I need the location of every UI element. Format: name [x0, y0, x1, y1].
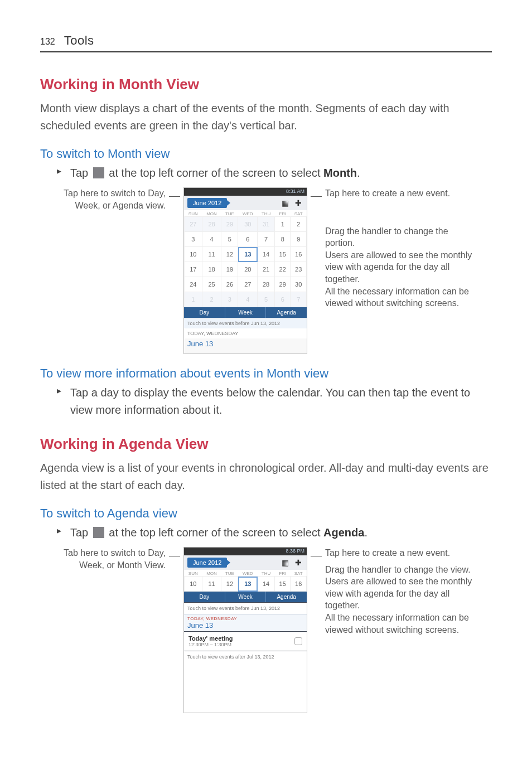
day-cell[interactable]: 7: [258, 232, 275, 247]
dow: MON: [202, 210, 221, 217]
day-cell[interactable]: 23: [291, 262, 307, 277]
bullet-info-month: Tap a day to display the events below th…: [57, 384, 492, 419]
day-cell[interactable]: 27: [185, 217, 202, 232]
day-cell-today[interactable]: 13: [238, 247, 258, 262]
day-cell[interactable]: 11: [202, 577, 221, 592]
day-cell[interactable]: 5: [221, 232, 238, 247]
tab-agenda[interactable]: Agenda: [266, 592, 307, 602]
day-cell[interactable]: 28: [258, 277, 275, 292]
touch-before[interactable]: Touch to view events before Jun 13, 2012: [184, 602, 307, 614]
dow: TUE: [221, 210, 238, 217]
dow: MON: [202, 570, 221, 577]
agenda-date-header: TODAY, WEDNESDAY June 13: [184, 614, 307, 631]
blank-area: [184, 662, 307, 713]
day-cell[interactable]: 21: [258, 262, 275, 277]
day-cell[interactable]: 19: [221, 262, 238, 277]
day-cell[interactable]: 11: [202, 247, 221, 262]
day-cell[interactable]: 16: [291, 577, 307, 592]
day-cell[interactable]: 24: [185, 277, 202, 292]
day-cell[interactable]: 28: [202, 217, 221, 232]
bullet-text: Tap: [70, 167, 91, 179]
day-cell[interactable]: 29: [221, 217, 238, 232]
day-cell[interactable]: 2: [202, 292, 221, 307]
day-cell[interactable]: 9: [291, 232, 307, 247]
day-cell[interactable]: 6: [238, 232, 258, 247]
tab-week[interactable]: Week: [225, 592, 266, 602]
day-cell[interactable]: 2: [291, 217, 307, 232]
status-time: 8:36 PM: [286, 548, 304, 554]
week-strip[interactable]: SUN MON TUE WED THU FRI SAT 10 11 12 13 …: [184, 570, 307, 592]
day-cell[interactable]: 3: [221, 292, 238, 307]
add-event-icon[interactable]: ✚: [293, 558, 303, 568]
bullet-bold: Month: [323, 167, 357, 179]
day-cell[interactable]: 12: [221, 577, 238, 592]
agenda-today-date: June 13: [187, 621, 303, 630]
agenda-today-label: TODAY, WEDNESDAY: [187, 616, 303, 621]
dow: THU: [258, 570, 275, 577]
agenda-diagram: Tab here to switch to Day, Week, or Mont…: [57, 547, 492, 713]
today-icon[interactable]: ▦: [280, 198, 290, 208]
status-bar: 8:36 PM: [184, 548, 307, 555]
day-cell[interactable]: 12: [221, 247, 238, 262]
tab-day[interactable]: Day: [184, 592, 225, 602]
bullet-switch-month: Tap at the top left corner of the screen…: [57, 164, 492, 182]
day-cell[interactable]: 7: [291, 292, 307, 307]
event-time: 12:30PM – 1:30PM: [188, 642, 233, 647]
day-cell[interactable]: 4: [202, 232, 221, 247]
day-cell[interactable]: 10: [185, 247, 202, 262]
dow: FRI: [274, 570, 290, 577]
calendar-view-icon: [93, 167, 104, 178]
dow: SUN: [185, 210, 202, 217]
day-cell[interactable]: 22: [274, 262, 290, 277]
running-header: 132 Tools: [40, 33, 492, 52]
view-selector[interactable]: June 2012: [187, 558, 227, 568]
touch-after[interactable]: Touch to view events after Jul 13, 2012: [184, 651, 307, 662]
phone-mock-agenda: 8:36 PM June 2012 ▦ ✚ SUN MON TUE WED TH…: [183, 547, 307, 713]
today-icon[interactable]: ▦: [280, 558, 290, 568]
day-cell[interactable]: 18: [202, 262, 221, 277]
day-cell[interactable]: 5: [258, 292, 275, 307]
add-event-icon[interactable]: ✚: [293, 198, 303, 208]
day-cell[interactable]: 10: [185, 577, 202, 592]
tab-agenda[interactable]: Agenda: [266, 307, 307, 318]
tab-day[interactable]: Day: [184, 307, 225, 318]
day-cell[interactable]: 3: [185, 232, 202, 247]
day-cell[interactable]: 20: [238, 262, 258, 277]
day-cell[interactable]: 6: [274, 292, 290, 307]
day-cell[interactable]: 1: [274, 217, 290, 232]
callout-right2-agenda: Drag the handler to change the view. Use…: [325, 564, 476, 636]
bullet-bold: Agenda: [323, 526, 364, 539]
day-cell[interactable]: 27: [238, 277, 258, 292]
day-cell[interactable]: 4: [238, 292, 258, 307]
day-cell[interactable]: 30: [291, 277, 307, 292]
leader-line: [311, 196, 322, 197]
day-cell[interactable]: 16: [291, 247, 307, 262]
event-color-icon: [294, 637, 302, 645]
dow: SAT: [291, 570, 307, 577]
tab-week[interactable]: Week: [225, 307, 266, 318]
day-cell[interactable]: 17: [185, 262, 202, 277]
month-calendar[interactable]: SUN MON TUE WED THU FRI SAT 27 28 29 30 …: [184, 210, 307, 307]
agenda-event[interactable]: Today' meeting 12:30PM – 1:30PM: [184, 631, 307, 651]
day-cell[interactable]: 15: [274, 577, 290, 592]
dow: WED: [238, 210, 258, 217]
day-cell[interactable]: 15: [274, 247, 290, 262]
section-intro-month: Month view displays a chart of the event…: [40, 100, 492, 134]
day-cell[interactable]: 29: [274, 277, 290, 292]
leader-line: [169, 196, 180, 197]
leader-line: [169, 556, 180, 556]
bullet-switch-agenda: Tap at the top left corner of the screen…: [57, 524, 492, 541]
view-selector[interactable]: June 2012: [187, 198, 227, 208]
dow: FRI: [274, 210, 290, 217]
day-cell[interactable]: 31: [258, 217, 275, 232]
touch-hint[interactable]: Touch to view events before Jun 13, 2012: [184, 318, 307, 328]
callout-right2-month: Drag the handler to change the portion. …: [325, 225, 476, 309]
day-cell[interactable]: 1: [185, 292, 202, 307]
day-cell[interactable]: 25: [202, 277, 221, 292]
day-cell[interactable]: 26: [221, 277, 238, 292]
day-cell[interactable]: 14: [258, 247, 275, 262]
day-cell[interactable]: 14: [258, 577, 275, 592]
day-cell[interactable]: 8: [274, 232, 290, 247]
day-cell-today[interactable]: 13: [238, 577, 258, 592]
day-cell[interactable]: 30: [238, 217, 258, 232]
